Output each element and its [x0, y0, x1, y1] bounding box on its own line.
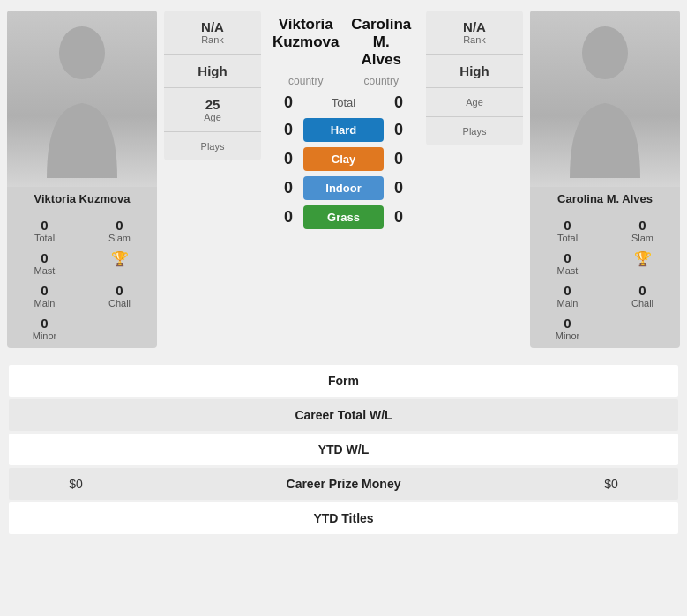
left-player-stats: 0 Total 0 Slam 0 Mast 🏆 0 Main: [7, 211, 157, 348]
right-trophy-icon: 🏆: [607, 250, 678, 267]
indoor-right-score: 0: [385, 179, 412, 197]
right-total-label: Total: [532, 233, 603, 243]
clay-left-score: 0: [275, 150, 302, 168]
right-chall-value: 0: [607, 283, 678, 298]
left-slam-label: Slam: [84, 233, 155, 243]
left-slam-cell: 0 Slam: [82, 214, 157, 247]
main-container: Viktoria Kuzmova 0 Total 0 Slam 0 Mast 🏆: [0, 0, 687, 540]
right-chall-cell: 0 Chall: [605, 279, 680, 312]
indoor-left-score: 0: [275, 179, 302, 197]
grass-right-score: 0: [385, 208, 412, 226]
total-label: Total: [302, 96, 385, 109]
right-rank-value: N/A: [429, 19, 519, 34]
left-total-value: 0: [9, 218, 80, 233]
left-plays-label: Plays: [168, 141, 258, 152]
right-player-silhouette: [561, 19, 649, 178]
left-rank-label: Rank: [168, 34, 258, 45]
left-plays-block: Plays: [164, 132, 261, 160]
left-chall-value: 0: [84, 283, 155, 298]
right-main-value: 0: [532, 283, 603, 298]
indoor-button[interactable]: Indoor: [303, 176, 384, 200]
right-age-label: Age: [429, 97, 519, 108]
grass-left-score: 0: [275, 208, 302, 226]
left-total-label: Total: [9, 233, 80, 243]
right-high-value: High: [429, 63, 519, 78]
clay-row: 0 Clay 0: [268, 145, 419, 174]
svg-point-0: [59, 26, 105, 79]
right-player-card: Carolina M. Alves 0 Total 0 Slam 0 Mast …: [530, 11, 680, 348]
right-mast-label: Mast: [532, 265, 603, 276]
right-total-value: 0: [532, 218, 603, 233]
hard-right-score: 0: [385, 121, 412, 139]
career-prize-left: $0: [23, 477, 129, 491]
left-player-name-center: Viktoria Kuzmova: [268, 16, 344, 69]
left-country-flag: country: [268, 72, 344, 88]
total-left-score: 0: [275, 93, 302, 112]
left-mast-cell: 0 Mast: [7, 247, 82, 279]
career-total-wl-row: Career Total W/L: [9, 399, 678, 431]
form-label: Form: [23, 374, 664, 388]
right-rank-block: N/A Rank: [426, 11, 523, 55]
right-player-stats: 0 Total 0 Slam 0 Mast 🏆 0 Main: [530, 211, 680, 348]
left-rank-block: N/A Rank: [164, 11, 261, 55]
grass-row: 0 Grass 0: [268, 203, 419, 232]
career-prize-right: $0: [558, 477, 664, 491]
form-row: Form: [9, 365, 678, 397]
left-player-name: Viktoria Kuzmova: [31, 187, 134, 211]
right-rank-label: Rank: [429, 34, 519, 45]
hard-button[interactable]: Hard: [303, 118, 384, 142]
left-minor-label: Minor: [9, 330, 80, 341]
right-player-name-center: Carolina M. Alves: [344, 16, 420, 69]
left-main-label: Main: [9, 298, 80, 308]
right-plays-label: Plays: [429, 126, 519, 137]
right-high-block: High: [426, 55, 523, 88]
left-age-value: 25: [168, 97, 258, 112]
left-rank-value: N/A: [168, 19, 258, 34]
right-player-avatar: [530, 11, 680, 187]
ytd-titles-label: YTD Titles: [23, 511, 664, 525]
right-mast-value: 0: [532, 250, 603, 265]
right-slam-value: 0: [607, 218, 678, 233]
total-right-score: 0: [385, 93, 412, 112]
grass-button[interactable]: Grass: [303, 205, 384, 229]
left-total-cell: 0 Total: [7, 214, 82, 247]
left-middle-stats: N/A Rank High 25 Age Plays: [164, 11, 261, 160]
right-country-flag: country: [344, 72, 420, 88]
left-age-block: 25 Age: [164, 88, 261, 132]
career-prize-row: $0 Career Prize Money $0: [9, 468, 678, 500]
hard-row: 0 Hard 0: [268, 115, 419, 145]
career-total-wl-label: Career Total W/L: [23, 408, 664, 422]
clay-right-score: 0: [385, 150, 412, 168]
svg-point-1: [582, 26, 628, 79]
left-main-cell: 0 Main: [7, 279, 82, 312]
left-chall-cell: 0 Chall: [82, 279, 157, 312]
indoor-row: 0 Indoor 0: [268, 174, 419, 203]
left-main-value: 0: [9, 283, 80, 298]
left-trophy-cell: 🏆: [82, 247, 157, 279]
left-minor-value: 0: [9, 315, 80, 330]
left-mast-label: Mast: [9, 265, 80, 276]
right-player-name: Carolina M. Alves: [554, 187, 656, 211]
right-plays-block: Plays: [426, 117, 523, 145]
right-trophy-cell: 🏆: [605, 247, 680, 279]
left-player-card: Viktoria Kuzmova 0 Total 0 Slam 0 Mast 🏆: [7, 11, 157, 348]
right-minor-value: 0: [532, 315, 603, 330]
left-high-block: High: [164, 55, 261, 88]
left-high-value: High: [168, 63, 258, 78]
ytd-wl-label: YTD W/L: [23, 442, 664, 456]
left-trophy-icon: 🏆: [84, 250, 155, 267]
left-mast-value: 0: [9, 250, 80, 265]
clay-button[interactable]: Clay: [303, 147, 384, 171]
right-middle-stats: N/A Rank High Age Plays: [426, 11, 523, 145]
center-column: Viktoria Kuzmova Carolina M. Alves count…: [268, 11, 419, 232]
right-total-cell: 0 Total: [530, 214, 605, 247]
left-slam-value: 0: [84, 218, 155, 233]
left-player-silhouette: [38, 19, 126, 178]
total-row: 0 Total 0: [268, 90, 419, 115]
right-slam-label: Slam: [607, 233, 678, 243]
right-slam-cell: 0 Slam: [605, 214, 680, 247]
right-main-label: Main: [532, 298, 603, 308]
ytd-wl-row: YTD W/L: [9, 434, 678, 465]
left-minor-cell: 0 Minor: [7, 312, 82, 345]
right-minor-cell: 0 Minor: [530, 312, 605, 345]
